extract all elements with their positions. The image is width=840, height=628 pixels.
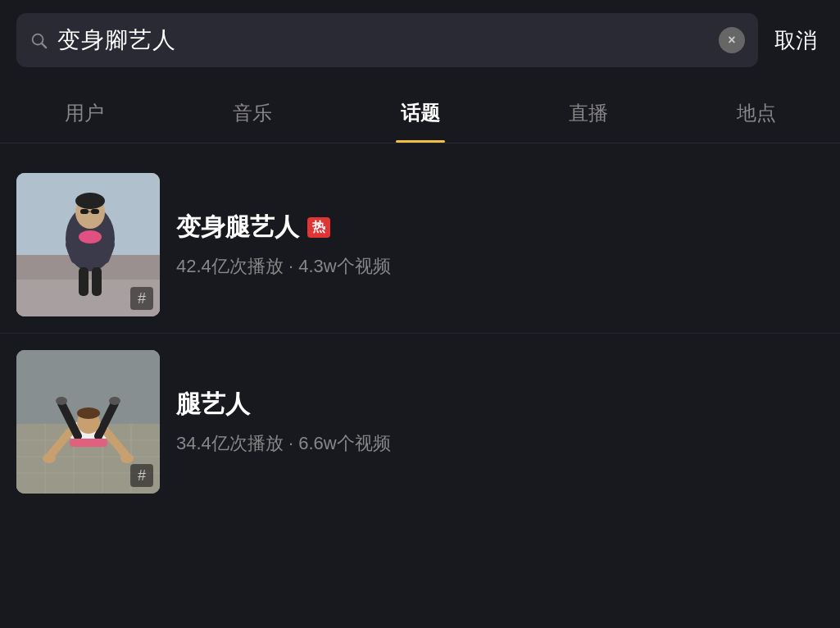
result-title-1: 变身腿艺人 热 xyxy=(176,211,824,244)
tab-topics[interactable]: 话题 xyxy=(336,87,504,143)
svg-rect-15 xyxy=(92,267,102,296)
svg-point-6 xyxy=(79,230,102,243)
app-container: 变身腳艺人 × 取消 用户 音乐 话题 直播 地点 xyxy=(0,0,840,523)
tab-music[interactable]: 音乐 xyxy=(168,87,336,143)
tab-live[interactable]: 直播 xyxy=(504,87,672,143)
thumbnail-1: # xyxy=(16,173,160,316)
results-list: # 变身腿艺人 热 42.4亿次播放 · 4.3w个视频 xyxy=(0,143,840,523)
svg-point-35 xyxy=(109,397,120,405)
result-meta-1: 42.4亿次播放 · 4.3w个视频 xyxy=(176,254,824,279)
search-icon xyxy=(30,31,48,49)
result-title-2: 腿艺人 xyxy=(176,388,824,421)
thumbnail-2: # xyxy=(16,350,160,494)
search-query-text: 变身腳艺人 xyxy=(57,25,709,56)
result-item-1[interactable]: # 变身腿艺人 热 42.4亿次播放 · 4.3w个视频 xyxy=(0,157,840,333)
svg-rect-9 xyxy=(91,209,99,214)
svg-point-32 xyxy=(43,453,56,463)
result-name-2: 腿艺人 xyxy=(176,388,250,421)
hash-badge-1: # xyxy=(130,287,153,310)
tabs-bar: 用户 音乐 话题 直播 地点 xyxy=(0,80,840,143)
svg-rect-36 xyxy=(70,439,107,447)
search-bar: 变身腳艺人 × 取消 xyxy=(0,0,840,80)
result-item-2[interactable]: # 腿艺人 34.4亿次播放 · 6.6w个视频 xyxy=(0,333,840,510)
svg-point-33 xyxy=(120,453,134,463)
svg-rect-14 xyxy=(79,267,89,296)
tab-places[interactable]: 地点 xyxy=(672,87,840,143)
search-input-wrapper[interactable]: 变身腳艺人 × xyxy=(16,13,758,67)
tab-users[interactable]: 用户 xyxy=(0,87,168,143)
result-name-1: 变身腿艺人 xyxy=(176,211,299,244)
clear-button[interactable]: × xyxy=(719,27,745,53)
hot-badge-1: 热 xyxy=(307,217,330,238)
cancel-button[interactable]: 取消 xyxy=(768,26,824,55)
result-info-2: 腿艺人 34.4亿次播放 · 6.6w个视频 xyxy=(176,388,824,456)
hash-badge-2: # xyxy=(130,464,153,487)
result-meta-2: 34.4亿次播放 · 6.6w个视频 xyxy=(176,431,824,456)
svg-point-11 xyxy=(75,193,105,209)
svg-point-31 xyxy=(77,407,100,419)
result-info-1: 变身腿艺人 热 42.4亿次播放 · 4.3w个视频 xyxy=(176,211,824,279)
svg-line-1 xyxy=(42,43,46,48)
clear-icon: × xyxy=(728,33,735,48)
svg-point-34 xyxy=(56,397,67,405)
svg-rect-8 xyxy=(80,209,89,214)
